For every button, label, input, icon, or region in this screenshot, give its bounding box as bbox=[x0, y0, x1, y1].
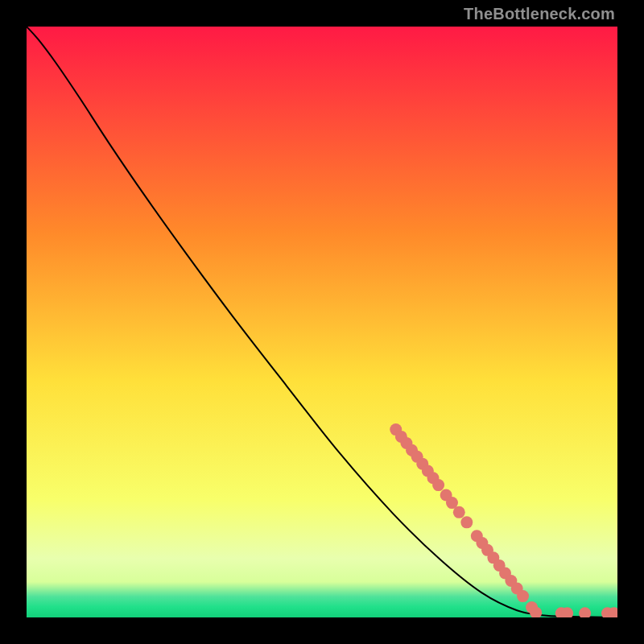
highlight-dot bbox=[517, 590, 529, 602]
highlight-dot bbox=[432, 479, 444, 491]
bottleneck-curve bbox=[27, 27, 617, 617]
plot-area bbox=[27, 27, 617, 617]
attribution-text: TheBottleneck.com bbox=[464, 5, 615, 23]
highlight-dot bbox=[460, 516, 473, 528]
curve-layer bbox=[27, 27, 617, 617]
highlight-dot bbox=[453, 506, 465, 518]
highlight-dot bbox=[579, 607, 591, 617]
